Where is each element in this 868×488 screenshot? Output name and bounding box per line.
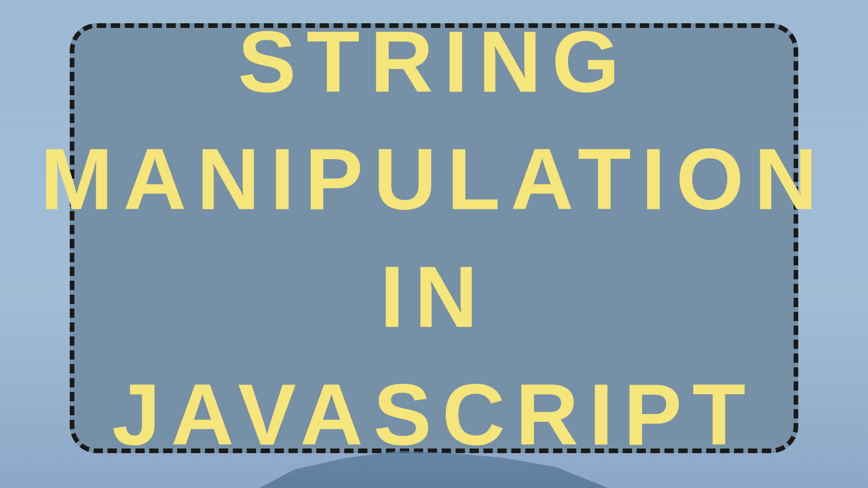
- title-card: STRING MANIPULATION IN JAVASCRIPT: [70, 23, 798, 453]
- card-title: STRING MANIPULATION IN JAVASCRIPT: [40, 3, 828, 474]
